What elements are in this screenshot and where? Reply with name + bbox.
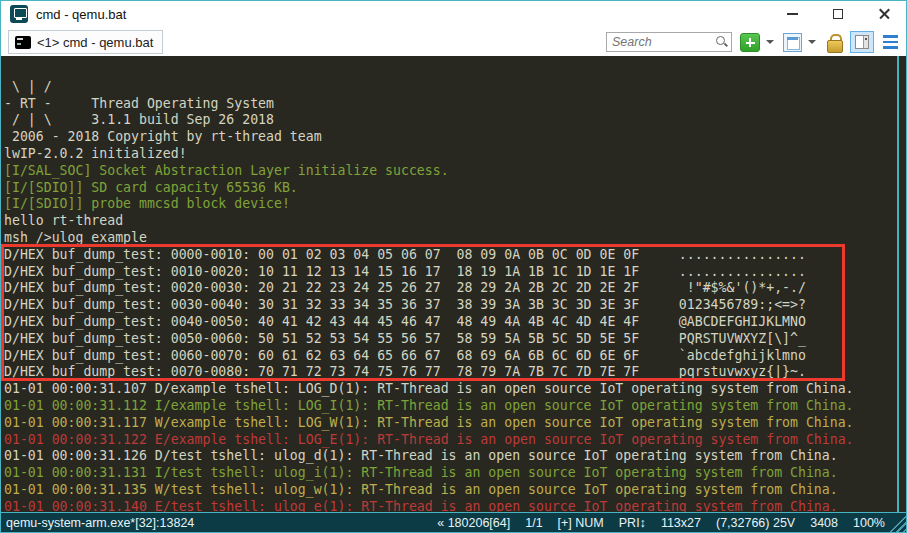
- search-box[interactable]: [606, 32, 732, 52]
- terminal-right-margin: [899, 56, 906, 512]
- statusbar-segment[interactable]: PRI↕: [619, 516, 646, 530]
- terminal-line: 01-01 00:00:31.122 E/example tshell: LOG…: [4, 432, 897, 449]
- resize-grip-icon[interactable]: [889, 515, 906, 532]
- terminal-line: [I/[SDIO]] probe mmcsd block device!: [4, 196, 897, 213]
- lock-icon[interactable]: [826, 33, 842, 51]
- tab-bar: <1> cmd - qemu.bat: [1, 28, 906, 56]
- tab-toolbar: [606, 31, 900, 53]
- statusbar-segment[interactable]: « 180206[64]: [437, 516, 510, 530]
- terminal-line: 01-01 00:00:31.140 E/test tshell: ulog_e…: [4, 499, 897, 512]
- cmd-icon: [15, 36, 31, 49]
- close-button[interactable]: [861, 0, 907, 28]
- terminal-line: \ | /: [4, 79, 897, 96]
- terminal-line: 01-01 00:00:31.135 W/test tshell: ulog_w…: [4, 482, 897, 499]
- console-list-button[interactable]: [783, 33, 802, 52]
- terminal-line: / | \ 3.1.1 build Sep 26 2018: [4, 112, 897, 129]
- hexdump-highlight-box: [1, 244, 845, 381]
- statusbar-segment[interactable]: 113x27: [661, 516, 701, 530]
- sidebar-toggle-button[interactable]: [850, 31, 874, 53]
- statusbar-segment[interactable]: 100%: [853, 516, 885, 530]
- console-list-dropdown-icon[interactable]: [808, 40, 816, 44]
- terminal-line: 01-01 00:00:31.117 W/example tshell: LOG…: [4, 415, 897, 432]
- maximize-button[interactable]: [815, 0, 861, 28]
- statusbar-process: qemu-system-arm.exe*[32]:13824: [6, 516, 194, 530]
- title-bar: cmd - qemu.bat: [0, 0, 907, 28]
- caption-buttons: [769, 0, 907, 28]
- tab-label: <1> cmd - qemu.bat: [37, 35, 153, 50]
- statusbar-segment[interactable]: [+] NUM: [558, 516, 604, 530]
- statusbar-segments: « 180206[64]1/1[+] NUMPRI↕113x27(7,32766…: [437, 516, 885, 530]
- menu-button[interactable]: [883, 35, 898, 49]
- terminal-line: 01-01 00:00:31.131 I/test tshell: ulog_i…: [4, 465, 897, 482]
- window-title: cmd - qemu.bat: [36, 7, 126, 22]
- statusbar-segment[interactable]: 3408: [810, 516, 838, 530]
- statusbar-segment[interactable]: 1/1: [525, 516, 542, 530]
- status-bar: qemu-system-arm.exe*[32]:13824 « 180206[…: [0, 512, 907, 533]
- terminal-line: hello rt-thread: [4, 213, 897, 230]
- terminal-line: 01-01 00:00:31.126 D/test tshell: ulog_d…: [4, 448, 897, 465]
- maximize-icon: [833, 9, 843, 19]
- minimize-icon: [787, 13, 798, 14]
- close-icon: [878, 8, 891, 21]
- terminal-line: - RT - Thread Operating System: [4, 96, 897, 113]
- terminal-line: [4, 62, 897, 79]
- terminal-line: 01-01 00:00:31.112 I/example tshell: LOG…: [4, 398, 897, 415]
- new-console-button[interactable]: [740, 33, 760, 52]
- conemu-app-icon: [10, 5, 28, 23]
- minimize-button[interactable]: [769, 0, 815, 28]
- terminal-line: 2006 - 2018 Copyright by rt-thread team: [4, 129, 897, 146]
- terminal-line: [I/[SDIO]] SD card capacity 65536 KB.: [4, 180, 897, 197]
- tab-cmd-qemu[interactable]: <1> cmd - qemu.bat: [8, 30, 163, 54]
- terminal-line: 01-01 00:00:31.107 D/example tshell: LOG…: [4, 381, 897, 398]
- terminal-line: lwIP-2.0.2 initialized!: [4, 146, 897, 163]
- new-console-dropdown-icon[interactable]: [766, 40, 774, 44]
- statusbar-segment[interactable]: (7,32766) 25V: [716, 516, 795, 530]
- search-icon[interactable]: [714, 35, 728, 49]
- search-input[interactable]: [607, 34, 714, 50]
- panel-icon: [855, 35, 869, 49]
- terminal-line: [I/SAL_SOC] Socket Abstraction Layer ini…: [4, 163, 897, 180]
